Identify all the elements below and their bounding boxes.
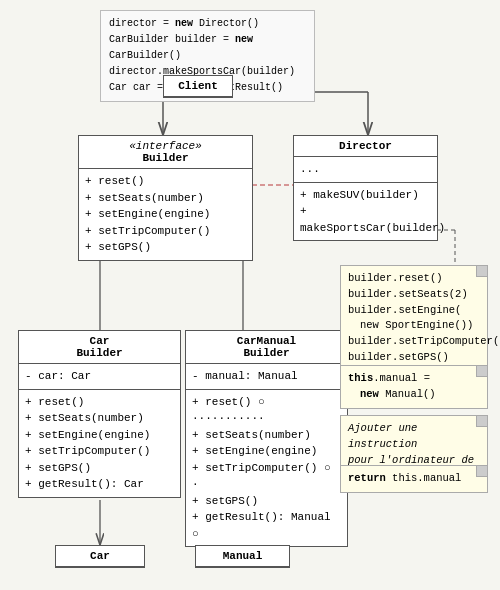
code-line-2: CarBuilder builder = new CarBuilder() xyxy=(109,32,306,64)
builder-method-5: + setGPS() xyxy=(85,239,246,256)
builder-stereotype: «interface» xyxy=(85,140,246,152)
car-manual-builder-methods: + reset() ○ ··········· + setSeats(numbe… xyxy=(186,390,347,547)
manual-new-line-1: this.manual = xyxy=(348,371,480,387)
director-code-note: builder.reset() builder.setSeats(2) buil… xyxy=(340,265,488,372)
cb-method-1: + reset() xyxy=(25,394,174,411)
note-line-6: builder.setGPS() xyxy=(348,350,480,366)
director-methods: + makeSUV(builder) + makeSportsCar(build… xyxy=(294,183,437,241)
cb-method-3: + setEngine(engine) xyxy=(25,427,174,444)
cmb-method-6: + getResult(): Manual ○ xyxy=(192,509,341,542)
client-box: Client xyxy=(163,75,233,98)
car-box: Car xyxy=(55,545,145,568)
builder-method-4: + setTripComputer() xyxy=(85,223,246,240)
cb-method-2: + setSeats(number) xyxy=(25,410,174,427)
cmb-method-5: + setGPS() xyxy=(192,493,341,510)
manual-label: Manual xyxy=(196,546,289,567)
director-fields: ... xyxy=(294,157,437,183)
cmb-method-3: + setEngine(engine) xyxy=(192,443,341,460)
cb-method-4: + setTripComputer() xyxy=(25,443,174,460)
builder-header: «interface» Builder xyxy=(79,136,252,169)
car-label: Car xyxy=(56,546,144,567)
note-line-2: builder.setSeats(2) xyxy=(348,287,480,303)
manual-new-line-2: new Manual() xyxy=(348,387,480,403)
car-manual-builder-name: CarManualBuilder xyxy=(186,331,347,364)
builder-method-3: + setEngine(engine) xyxy=(85,206,246,223)
note-line-3: builder.setEngine( xyxy=(348,303,480,319)
car-manual-builder-box: CarManualBuilder - manual: Manual + rese… xyxy=(185,330,348,547)
cmb-method-2: + setSeats(number) xyxy=(192,427,341,444)
car-builder-methods: + reset() + setSeats(number) + setEngine… xyxy=(19,390,180,497)
cb-method-5: + setGPS() xyxy=(25,460,174,477)
note-line-5: builder.setTripComputer() xyxy=(348,334,480,350)
diagram: director = new Director() CarBuilder bui… xyxy=(0,0,500,590)
car-manual-builder-fields: - manual: Manual xyxy=(186,364,347,390)
car-builder-name: CarBuilder xyxy=(19,331,180,364)
car-builder-fields: - car: Car xyxy=(19,364,180,390)
cb-method-6: + getResult(): Car xyxy=(25,476,174,493)
manual-return-note: return this.manual xyxy=(340,465,488,493)
builder-method-2: + setSeats(number) xyxy=(85,190,246,207)
cmb-method-1: + reset() ○ ··········· xyxy=(192,394,341,427)
builder-methods: + reset() + setSeats(number) + setEngine… xyxy=(79,169,252,260)
code-line-1: director = new Director() xyxy=(109,16,306,32)
note-line-4: new SportEngine()) xyxy=(348,318,480,334)
builder-method-1: + reset() xyxy=(85,173,246,190)
manual-box: Manual xyxy=(195,545,290,568)
client-label: Client xyxy=(164,76,232,97)
builder-box: «interface» Builder + reset() + setSeats… xyxy=(78,135,253,261)
manual-new-note: this.manual = new Manual() xyxy=(340,365,488,409)
cmb-method-4: + setTripComputer() ○ · xyxy=(192,460,341,493)
note-line-1: builder.reset() xyxy=(348,271,480,287)
builder-name: Builder xyxy=(85,152,246,164)
director-box: Director ... + makeSUV(builder) + makeSp… xyxy=(293,135,438,241)
director-method-2: + makeSportsCar(builder) xyxy=(300,203,431,236)
director-name: Director xyxy=(294,136,437,157)
director-method-1: + makeSUV(builder) xyxy=(300,187,431,204)
car-builder-box: CarBuilder - car: Car + reset() + setSea… xyxy=(18,330,181,498)
manual-return-text: return this.manual xyxy=(348,471,480,487)
